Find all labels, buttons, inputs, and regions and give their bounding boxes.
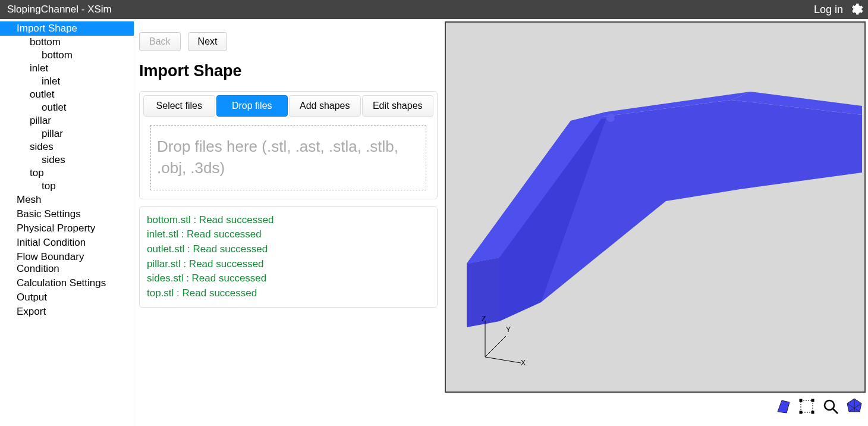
tab-edit-shapes[interactable]: Edit shapes xyxy=(362,95,434,117)
login-link[interactable]: Log in xyxy=(814,4,843,16)
viewport-wrap: Z Y X xyxy=(442,19,868,426)
log-line: top.stl : Read successed xyxy=(147,286,430,301)
sidebar-item-inlet[interactable]: inlet xyxy=(0,75,134,88)
sidebar-item-output[interactable]: Output xyxy=(0,290,134,305)
tab-add-shapes[interactable]: Add shapes xyxy=(289,95,361,117)
perspective-icon[interactable] xyxy=(774,397,792,415)
page-title: Import Shape xyxy=(139,62,438,80)
svg-point-16 xyxy=(825,400,834,410)
sidebar-item-basic-settings[interactable]: Basic Settings xyxy=(0,207,134,221)
title-bar: SlopingChannel - XSim Log in xyxy=(0,0,868,19)
sidebar-item-bottom[interactable]: bottom xyxy=(0,36,134,49)
sidebar-item-pillar[interactable]: pillar xyxy=(0,114,134,127)
svg-rect-14 xyxy=(800,411,802,414)
bounding-box-icon[interactable] xyxy=(798,397,816,415)
sidebar-item-sides[interactable]: sides xyxy=(0,154,134,167)
sidebar-item-import-shape[interactable]: Import Shape xyxy=(0,21,134,36)
sidebar-item-calculation-settings[interactable]: Calculation Settings xyxy=(0,276,134,290)
svg-rect-15 xyxy=(812,411,814,414)
svg-marker-0 xyxy=(467,258,499,327)
svg-point-6 xyxy=(606,114,615,122)
sidebar-item-export[interactable]: Export xyxy=(0,305,134,319)
window-title: SlopingChannel - XSim xyxy=(7,4,112,15)
log-line: outlet.stl : Read successed xyxy=(147,242,430,257)
viewport-3d[interactable]: Z Y X xyxy=(445,21,866,393)
import-log: bottom.stl : Read successedinlet.stl : R… xyxy=(139,206,438,308)
log-line: pillar.stl : Read successed xyxy=(147,257,430,272)
sidebar-item-physical-property[interactable]: Physical Property xyxy=(0,221,134,236)
sidebar-item-top[interactable]: top xyxy=(0,180,134,193)
drop-zone[interactable]: Drop files here (.stl, .ast, .stla, .stl… xyxy=(150,125,426,190)
model-3d xyxy=(446,23,862,391)
tab-drop-files[interactable]: Drop files xyxy=(216,95,288,117)
svg-rect-11 xyxy=(801,400,813,412)
sidebar-item-sides[interactable]: sides xyxy=(0,140,134,154)
viewport-tools xyxy=(442,393,868,418)
svg-rect-12 xyxy=(800,399,802,402)
sidebar-item-bottom[interactable]: bottom xyxy=(0,49,134,62)
back-button[interactable]: Back xyxy=(139,32,181,51)
svg-line-17 xyxy=(833,409,838,414)
svg-rect-13 xyxy=(812,399,814,402)
tab-select-files[interactable]: Select files xyxy=(143,95,215,117)
sidebar-item-outlet[interactable]: outlet xyxy=(0,88,134,101)
sidebar-item-outlet[interactable]: outlet xyxy=(0,101,134,114)
sidebar-item-mesh[interactable]: Mesh xyxy=(0,193,134,207)
gear-icon[interactable] xyxy=(849,2,863,17)
sidebar-item-flow-boundary-condition[interactable]: Flow Boundary Condition xyxy=(0,250,134,276)
sidebar-item-inlet[interactable]: inlet xyxy=(0,62,134,75)
sidebar-item-pillar[interactable]: pillar xyxy=(0,127,134,140)
sidebar-item-top[interactable]: top xyxy=(0,167,134,180)
log-line: sides.stl : Read successed xyxy=(147,271,430,286)
zoom-icon[interactable] xyxy=(822,397,839,415)
sidebar-item-initial-condition[interactable]: Initial Condition xyxy=(0,236,134,250)
log-line: bottom.stl : Read successed xyxy=(147,213,430,228)
sidebar: Import Shapebottombottominletinletoutlet… xyxy=(0,19,134,426)
wireframe-icon[interactable] xyxy=(845,397,863,415)
log-line: inlet.stl : Read successed xyxy=(147,227,430,242)
svg-marker-10 xyxy=(778,400,790,413)
tab-panel: Select filesDrop filesAdd shapesEdit sha… xyxy=(139,91,438,199)
next-button[interactable]: Next xyxy=(188,32,228,51)
center-panel: Back Next Import Shape Select filesDrop … xyxy=(134,19,442,426)
